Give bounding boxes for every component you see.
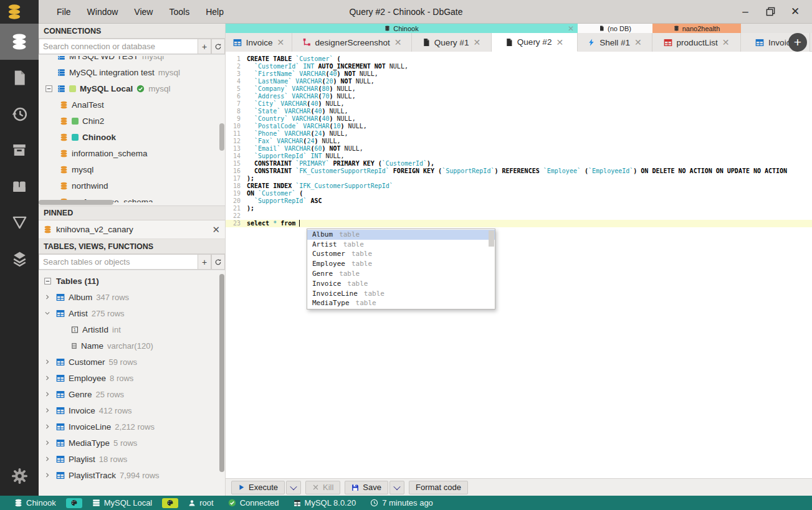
- server-white-icon: [92, 499, 100, 507]
- autocomplete-item[interactable]: MediaTypetable: [307, 299, 495, 309]
- menu-view[interactable]: View: [127, 4, 160, 19]
- table-row[interactable]: Invoice412 rows: [39, 402, 225, 418]
- execute-button-dropdown[interactable]: [286, 481, 301, 494]
- unpin-button[interactable]: ✕: [212, 224, 220, 235]
- autocomplete-item[interactable]: Employeetable: [307, 259, 495, 269]
- sql-editor[interactable]: 1CREATE TABLE `Customer` (2 `CustomerId`…: [226, 52, 812, 478]
- chevron-right-icon[interactable]: [44, 391, 50, 397]
- connection-item[interactable]: MYSQL WD TESTmysql: [39, 56, 225, 64]
- connections-search-row: +: [39, 39, 225, 55]
- close-tab-button[interactable]: ✕: [634, 37, 642, 47]
- tab-query-2[interactable]: Query #2✕: [492, 33, 578, 52]
- format-code-button[interactable]: Format code: [409, 481, 468, 494]
- chevron-right-icon[interactable]: [44, 423, 50, 430]
- connection-item[interactable]: MySQL integration testmysql: [39, 64, 225, 80]
- chevron-right-icon[interactable]: [44, 407, 50, 413]
- connections-horizontal-scrollbar[interactable]: [39, 200, 113, 205]
- minus-box-icon[interactable]: [44, 278, 51, 285]
- kill-button[interactable]: Kill: [305, 481, 340, 494]
- table-row[interactable]: Employee8 rows: [39, 370, 225, 386]
- theme-badge[interactable]: [66, 498, 82, 508]
- connection-item[interactable]: MySQL Localmysql: [39, 80, 225, 97]
- connection-item[interactable]: northwind: [39, 177, 225, 194]
- menu-help[interactable]: Help: [199, 4, 231, 19]
- column-row[interactable]: Namevarchar(120): [39, 338, 225, 354]
- connection-item[interactable]: Chinook: [39, 129, 225, 145]
- rail-item-funnel[interactable]: [0, 204, 39, 240]
- close-tab-button[interactable]: ✕: [722, 37, 730, 47]
- rail-item-settings[interactable]: [0, 456, 39, 496]
- table-row[interactable]: Customer59 rows: [39, 354, 225, 370]
- tables-root[interactable]: Tables (11): [39, 273, 225, 289]
- close-tab-button[interactable]: ✕: [277, 37, 285, 47]
- tables-search-input[interactable]: [39, 254, 198, 270]
- refresh-connections-button[interactable]: [211, 39, 225, 54]
- version-icon: [294, 499, 301, 507]
- menu-file[interactable]: File: [50, 4, 78, 19]
- connections-vertical-scrollbar[interactable]: [219, 123, 224, 151]
- close-tab-button[interactable]: ✕: [394, 37, 402, 47]
- theme-badge[interactable]: [162, 498, 178, 508]
- close-tab-button[interactable]: ✕: [556, 37, 563, 47]
- rail-item-file[interactable]: [0, 60, 39, 96]
- connections-header: CONNECTIONS: [39, 24, 225, 39]
- tab-designerscreenshot[interactable]: designerScreenshot✕: [292, 33, 412, 52]
- rail-item-history[interactable]: [0, 96, 39, 132]
- chevron-right-icon[interactable]: [44, 440, 50, 446]
- close-group-button[interactable]: ✕: [568, 24, 574, 33]
- chevron-right-icon[interactable]: [44, 294, 50, 300]
- save-button-dropdown[interactable]: [389, 481, 404, 494]
- code-line: 16 CONSTRAINT `FK_CustomerSupportRepId` …: [226, 168, 812, 175]
- add-table-button[interactable]: +: [198, 254, 211, 270]
- connection-item[interactable]: mysql: [39, 161, 225, 177]
- autocomplete-item[interactable]: Genretable: [307, 269, 495, 279]
- connection-item[interactable]: information_schema: [39, 145, 225, 161]
- rail-item-database[interactable]: [0, 24, 39, 60]
- minimize-button[interactable]: –: [737, 4, 753, 20]
- connection-item[interactable]: AnalTest: [39, 97, 225, 113]
- table-row[interactable]: PlaylistTrack7,994 rows: [39, 467, 225, 483]
- connections-search-input[interactable]: [39, 39, 198, 54]
- pinned-item[interactable]: knihovna_v2_canary ✕: [39, 220, 225, 239]
- table-row[interactable]: MediaType5 rows: [39, 435, 225, 451]
- autocomplete-item[interactable]: Albumtable: [307, 230, 495, 240]
- collapse-icon[interactable]: [45, 85, 52, 92]
- suggestion-name: Invoice: [312, 280, 341, 288]
- close-button[interactable]: ✕: [787, 4, 803, 20]
- rail-item-archive[interactable]: [0, 132, 39, 168]
- table-row[interactable]: Playlist18 rows: [39, 451, 225, 467]
- menu-tools[interactable]: Tools: [162, 4, 196, 19]
- table-row[interactable]: InvoiceLine2,212 rows: [39, 418, 225, 435]
- chevron-right-icon[interactable]: [44, 456, 50, 462]
- tables-vertical-scrollbar[interactable]: [219, 274, 224, 472]
- chevron-right-icon[interactable]: [44, 472, 50, 478]
- new-tab-button[interactable]: +: [788, 33, 807, 52]
- table-row[interactable]: Album347 rows: [39, 289, 225, 305]
- tab-query-1[interactable]: Query #1✕: [412, 33, 492, 52]
- lightning-blue-icon: [588, 38, 595, 47]
- rail-item-layers[interactable]: [0, 240, 39, 276]
- autocomplete-item[interactable]: Customertable: [307, 250, 495, 260]
- chevron-down-icon[interactable]: [44, 310, 50, 316]
- add-connection-button[interactable]: +: [198, 39, 211, 54]
- autocomplete-item[interactable]: Artisttable: [307, 240, 495, 250]
- chevron-right-icon[interactable]: [44, 375, 50, 381]
- chevron-right-icon[interactable]: [44, 359, 50, 365]
- table-row[interactable]: Genre25 rows: [39, 386, 225, 402]
- save-button[interactable]: Save: [345, 481, 388, 494]
- autocomplete-item[interactable]: Invoicetable: [307, 279, 495, 289]
- rail-item-book[interactable]: [0, 168, 39, 204]
- restore-button[interactable]: [762, 4, 778, 20]
- tab-invoice[interactable]: Invoice✕: [226, 33, 292, 52]
- autocomplete-scrollbar[interactable]: [489, 230, 494, 247]
- tab-shell-1[interactable]: Shell #1✕: [578, 33, 652, 52]
- menu-window[interactable]: Window: [80, 4, 125, 19]
- autocomplete-item[interactable]: InvoiceLinetable: [307, 289, 495, 299]
- execute-button[interactable]: Execute: [231, 481, 285, 494]
- close-tab-button[interactable]: ✕: [473, 37, 480, 47]
- tab-productlist[interactable]: productList✕: [652, 33, 741, 52]
- table-row[interactable]: Artist275 rows: [39, 305, 225, 321]
- refresh-tables-button[interactable]: [211, 254, 225, 270]
- column-row[interactable]: 1ArtistIdint: [39, 321, 225, 338]
- connection-item[interactable]: Chin2: [39, 113, 225, 129]
